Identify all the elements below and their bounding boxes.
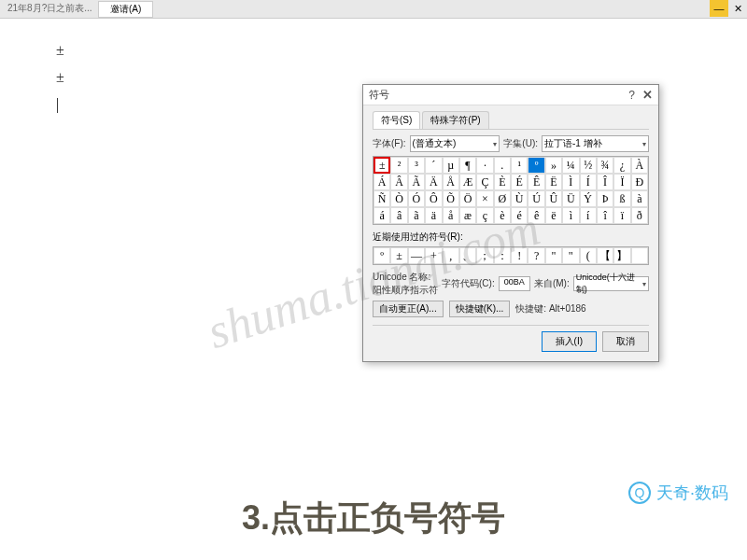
char-cell[interactable]: Ï xyxy=(613,174,630,190)
char-code-input[interactable]: 00BA xyxy=(499,276,530,291)
char-cell[interactable]: í xyxy=(580,207,597,224)
char-cell[interactable]: » xyxy=(545,157,562,174)
recent-char-cell[interactable]: ? xyxy=(528,247,544,264)
char-cell[interactable]: Ý xyxy=(580,190,597,207)
ribbon-tab[interactable]: 邀请(A) xyxy=(98,1,153,18)
recent-char-cell[interactable]: ! xyxy=(511,247,528,264)
char-cell[interactable]: È xyxy=(494,174,511,190)
recent-char-cell[interactable]: 】 xyxy=(613,247,630,264)
recent-char-cell[interactable]: ； xyxy=(476,247,493,264)
subset-value: 拉丁语-1 增补 xyxy=(544,137,602,150)
char-cell[interactable]: ½ xyxy=(580,157,597,174)
char-cell[interactable]: Ç xyxy=(476,174,493,190)
char-cell[interactable]: ç xyxy=(476,207,493,224)
char-cell[interactable]: Û xyxy=(545,190,562,207)
char-cell[interactable]: . xyxy=(494,157,511,174)
char-cell[interactable]: Î xyxy=(597,174,613,190)
char-cell[interactable]: Ù xyxy=(511,190,528,207)
recent-char-cell[interactable]: + xyxy=(425,247,442,264)
char-cell[interactable]: é xyxy=(511,207,528,224)
font-select[interactable]: (普通文本) ▾ xyxy=(410,135,500,152)
char-cell[interactable]: É xyxy=(511,174,528,190)
insert-button[interactable]: 插入(I) xyxy=(542,331,597,352)
recent-char-cell[interactable]: " xyxy=(562,247,579,264)
char-cell[interactable]: Ì xyxy=(562,174,579,190)
subset-select[interactable]: 拉丁语-1 增补 ▾ xyxy=(542,135,649,152)
char-cell[interactable]: ² xyxy=(390,157,407,174)
recent-char-cell[interactable]: 、 xyxy=(459,247,476,264)
char-cell[interactable]: Å xyxy=(443,174,459,190)
help-icon[interactable]: ? xyxy=(628,89,635,102)
char-cell[interactable]: Þ xyxy=(597,190,613,207)
cancel-button[interactable]: 取消 xyxy=(602,331,649,352)
shortcut-text: 快捷键: Alt+0186 xyxy=(515,302,585,315)
char-cell[interactable]: ¶ xyxy=(459,157,476,174)
char-cell[interactable]: Â xyxy=(390,174,407,190)
char-cell[interactable]: Ö xyxy=(459,190,476,207)
char-cell[interactable]: ³ xyxy=(408,157,425,174)
tab-special[interactable]: 特殊字符(P) xyxy=(422,111,488,129)
char-cell[interactable]: Í xyxy=(580,174,597,190)
close-icon[interactable]: ✕ xyxy=(642,88,653,102)
char-cell[interactable]: Ú xyxy=(528,190,544,207)
recent-char-cell[interactable]: º xyxy=(374,247,390,264)
char-cell[interactable]: ê xyxy=(528,207,544,224)
char-cell[interactable]: Ã xyxy=(408,174,425,190)
char-cell[interactable]: º xyxy=(528,157,544,174)
recent-char-cell[interactable]: 【 xyxy=(597,247,613,264)
char-cell[interactable]: Ô xyxy=(425,190,442,207)
char-cell[interactable]: ì xyxy=(562,207,579,224)
char-cell[interactable]: à xyxy=(631,190,648,207)
autocorrect-button[interactable]: 自动更正(A)... xyxy=(373,301,444,317)
char-cell[interactable]: ã xyxy=(408,207,425,224)
recent-char-cell[interactable]: ： xyxy=(494,247,511,264)
recent-char-cell[interactable]: , xyxy=(443,247,459,264)
char-cell[interactable]: ¾ xyxy=(597,157,613,174)
recent-char-cell[interactable]: — xyxy=(408,247,425,264)
char-cell[interactable]: æ xyxy=(459,207,476,224)
char-cell[interactable]: ß xyxy=(613,190,630,207)
shortcut-button[interactable]: 快捷键(K)... xyxy=(449,301,511,317)
recent-label: 近期使用过的符号(R): xyxy=(373,231,649,244)
from-select[interactable]: Unicode(十六进制) ▾ xyxy=(573,276,649,291)
char-cell[interactable]: ð xyxy=(631,207,648,224)
char-cell[interactable]: À xyxy=(631,157,648,174)
char-cell[interactable]: Ó xyxy=(408,190,425,207)
char-cell[interactable]: Ð xyxy=(631,174,648,190)
char-cell[interactable]: Ñ xyxy=(374,190,390,207)
close-icon[interactable]: ✕ xyxy=(728,0,747,17)
char-cell[interactable]: å xyxy=(443,207,459,224)
char-cell[interactable]: Ò xyxy=(390,190,407,207)
char-cell[interactable]: ¼ xyxy=(562,157,579,174)
char-cell[interactable]: Ä xyxy=(425,174,442,190)
char-cell[interactable]: Õ xyxy=(443,190,459,207)
char-cell[interactable]: î xyxy=(597,207,613,224)
char-cell[interactable]: · xyxy=(476,157,493,174)
minimize-icon[interactable]: — xyxy=(710,0,728,17)
char-cell[interactable]: ¹ xyxy=(511,157,528,174)
recent-char-cell[interactable]: " xyxy=(545,247,562,264)
char-cell[interactable]: Ü xyxy=(562,190,579,207)
char-cell[interactable]: Ë xyxy=(545,174,562,190)
char-cell[interactable]: ± xyxy=(374,157,390,174)
char-cell[interactable]: Á xyxy=(374,174,390,190)
recent-char-cell[interactable] xyxy=(631,247,648,264)
char-cell[interactable]: á xyxy=(374,207,390,224)
char-cell[interactable]: Ø xyxy=(494,190,511,207)
recent-char-cell[interactable]: ( xyxy=(580,247,597,264)
char-cell[interactable]: è xyxy=(494,207,511,224)
char-cell[interactable]: Æ xyxy=(459,174,476,190)
tab-symbols[interactable]: 符号(S) xyxy=(373,111,420,129)
chevron-down-icon: ▾ xyxy=(642,280,646,288)
char-cell[interactable]: â xyxy=(390,207,407,224)
char-cell[interactable]: ï xyxy=(613,207,630,224)
recent-char-cell[interactable]: ± xyxy=(390,247,407,264)
char-cell[interactable]: ¿ xyxy=(613,157,630,174)
char-cell[interactable]: Ê xyxy=(528,174,544,190)
char-cell[interactable]: ´ xyxy=(425,157,442,174)
char-cell[interactable]: ä xyxy=(425,207,442,224)
dialog-titlebar[interactable]: 符号 ? ✕ xyxy=(363,85,658,105)
char-cell[interactable]: × xyxy=(476,190,493,207)
char-cell[interactable]: ë xyxy=(545,207,562,224)
char-cell[interactable]: µ xyxy=(443,157,459,174)
